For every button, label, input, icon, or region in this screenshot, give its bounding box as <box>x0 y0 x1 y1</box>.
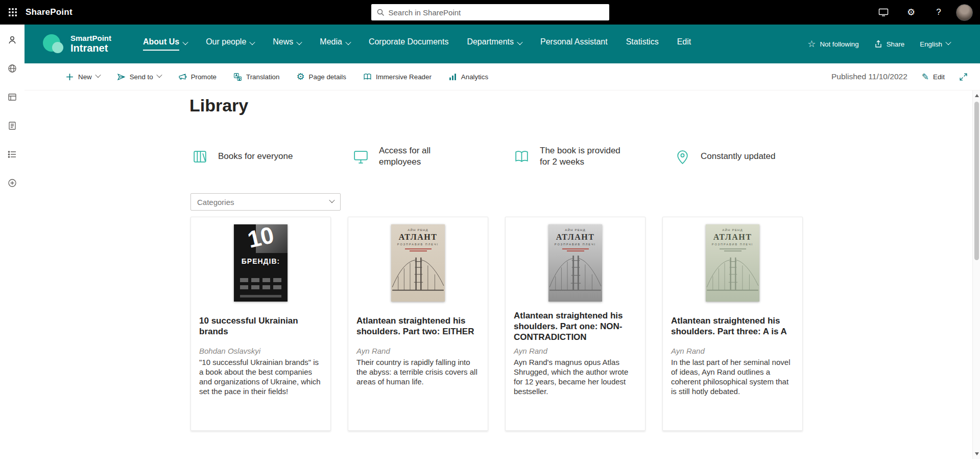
translation-icon <box>233 73 242 81</box>
waffle-icon <box>8 8 17 17</box>
chevron-down-icon <box>297 39 302 45</box>
book-cards: 10 БРЕНДІВ: 10 successful Ukrainian bran… <box>190 217 834 431</box>
nav-item-personal-assistant[interactable]: Personal Assistant <box>540 34 608 54</box>
book-card[interactable]: АЙН РЕНД АТЛАНТ РОЗПРАВИВ ПЛЕЧІ Atlantea… <box>505 217 646 431</box>
chevron-down-icon <box>182 39 188 45</box>
plus-icon <box>65 73 74 81</box>
feature-two-weeks: The book is provided for 2 weeks <box>512 145 673 168</box>
site-header: SmartPoint Intranet About Us Our people … <box>25 25 980 63</box>
new-button[interactable]: New <box>65 73 100 81</box>
translation-button[interactable]: Translation <box>233 73 279 81</box>
search-icon <box>376 8 385 16</box>
cover-logos <box>240 278 281 289</box>
screen-share-button[interactable] <box>873 0 894 25</box>
chevron-down-icon <box>517 39 522 45</box>
rail-sites-button[interactable] <box>2 61 22 76</box>
top-nav: About Us Our people News Media Corporate… <box>143 34 691 54</box>
language-selector[interactable]: English <box>920 40 950 48</box>
rail-me-button[interactable] <box>2 33 22 47</box>
book-card[interactable]: АЙН РЕНД АТЛАНТ РОЗПРАВИВ ПЛЕЧІ Atlantea… <box>662 217 803 431</box>
plus-circle-icon <box>7 178 17 188</box>
bridge-art <box>706 255 759 302</box>
help-icon: ? <box>936 7 941 17</box>
globe-icon <box>7 63 17 74</box>
nav-item-corporate-documents[interactable]: Corporate Documents <box>369 34 449 54</box>
book-cover: АЙН РЕНД АТЛАНТ РОЗПРАВИВ ПЛЕЧІ <box>706 224 759 302</box>
categories-label: Categories <box>197 198 234 206</box>
published-date: Published 11/10/2022 <box>831 72 907 81</box>
rail-create-button[interactable] <box>2 176 22 190</box>
avatar[interactable] <box>956 4 973 21</box>
book-title: Atlantean straightened his shoulders. Pa… <box>671 310 794 342</box>
document-icon <box>7 121 17 131</box>
suite-bar: SharePoint ⚙ ? <box>0 0 980 25</box>
book-card[interactable]: АЙН РЕНД АТЛАНТ РОЗПРАВИВ ПЛЕЧІ Atlantea… <box>348 217 488 431</box>
settings-button[interactable]: ⚙ <box>901 0 921 25</box>
immersive-reader-button[interactable]: Immersive Reader <box>363 73 432 81</box>
page-content: Library Books for everyone Access for al… <box>25 90 980 459</box>
book-author: Bohdan Oslavskyi <box>199 347 322 355</box>
rail-lists-button[interactable] <box>2 147 22 162</box>
list-icon <box>7 149 17 159</box>
site-logo[interactable]: SmartPoint Intranet <box>43 33 111 55</box>
book-description: Ayn Rand's magnus opus Atlas Shrugged, w… <box>514 357 637 396</box>
book-card[interactable]: 10 БРЕНДІВ: 10 successful Ukrainian bran… <box>190 217 331 431</box>
bridge-art <box>548 255 602 302</box>
header-actions: ☆ Not following Share English <box>807 38 980 50</box>
chevron-down-icon <box>156 72 162 78</box>
app-launcher-button[interactable] <box>0 0 26 25</box>
page-details-button[interactable]: ⚙ Page details <box>296 72 346 81</box>
nav-item-departments[interactable]: Departments <box>467 34 522 54</box>
page-title: Library <box>189 96 834 116</box>
share-button[interactable]: Share <box>874 40 905 48</box>
nav-item-edit[interactable]: Edit <box>677 34 691 54</box>
nav-item-about-us[interactable]: About Us <box>143 34 187 54</box>
nav-item-statistics[interactable]: Statistics <box>626 34 659 54</box>
scroll-down-button[interactable] <box>973 450 980 458</box>
rail-news-button[interactable] <box>2 119 22 133</box>
search-box[interactable] <box>371 4 609 20</box>
scroll-up-button[interactable] <box>973 91 980 100</box>
suite-title: SharePoint <box>26 7 73 17</box>
nav-item-our-people[interactable]: Our people <box>206 34 254 54</box>
pencil-icon: ✎ <box>922 72 929 82</box>
site-logo-line2: Intranet <box>70 42 111 54</box>
person-icon <box>7 35 17 45</box>
rail-pages-button[interactable] <box>2 90 22 104</box>
feature-updated: Constantly updated <box>673 145 834 168</box>
suite-actions: ⚙ ? <box>873 0 980 25</box>
promote-button[interactable]: Promote <box>178 73 217 81</box>
expand-button[interactable] <box>959 73 968 81</box>
analytics-button[interactable]: Analytics <box>448 73 488 81</box>
help-button[interactable]: ? <box>928 0 949 25</box>
command-bar: New Send to Promote Translation ⚙ Page d… <box>25 63 980 90</box>
window-icon <box>7 92 17 102</box>
feature-books: Books for everyone <box>190 145 351 168</box>
scrollbar[interactable] <box>972 90 980 459</box>
search-input[interactable] <box>389 8 604 17</box>
chevron-down-icon <box>945 39 951 45</box>
expand-icon <box>959 73 968 81</box>
nav-item-media[interactable]: Media <box>320 34 350 54</box>
screen-share-icon <box>878 8 889 17</box>
send-to-button[interactable]: Send to <box>117 73 161 81</box>
follow-button[interactable]: ☆ Not following <box>807 38 858 50</box>
categories-dropdown[interactable]: Categories <box>190 193 341 211</box>
edit-page-button[interactable]: ✎ Edit <box>922 72 945 82</box>
feature-access: Access for all employees <box>351 145 512 168</box>
nav-item-news[interactable]: News <box>273 34 301 54</box>
book-author: Ayn Rand <box>671 347 794 355</box>
features-row: Books for everyone Access for all employ… <box>190 145 834 168</box>
book-author: Ayn Rand <box>356 347 480 355</box>
immersive-reader-icon <box>363 73 372 81</box>
site-logo-icon <box>43 33 65 55</box>
book-description: "10 successful Ukrainian brands" is a bo… <box>199 357 322 396</box>
chevron-down-icon <box>250 39 255 45</box>
book-description: Their country is rapidly falling into th… <box>356 357 480 386</box>
scrollbar-thumb[interactable] <box>974 102 979 260</box>
chevron-down-icon <box>345 39 351 45</box>
gear-icon: ⚙ <box>907 7 915 18</box>
book-cover: АЙН РЕНД АТЛАНТ РОЗПРАВИВ ПЛЕЧІ <box>391 224 445 302</box>
chevron-down-icon <box>329 197 334 203</box>
book-cover: 10 БРЕНДІВ: <box>234 224 288 302</box>
